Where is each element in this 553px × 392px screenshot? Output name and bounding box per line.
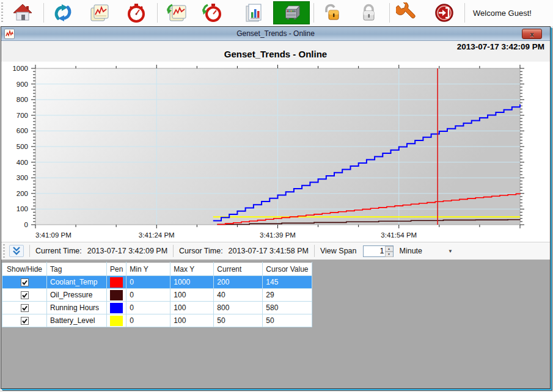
unlock-icon [321,2,342,23]
pen-row-running-hours[interactable]: Running Hours0100800580 [2,302,312,314]
home-button[interactable] [12,2,33,23]
tag-name: Running Hours [47,302,107,314]
realtime-trends-button[interactable] [89,2,110,23]
separator [157,3,158,23]
current-value: 200 [214,276,263,289]
min-y: 0 [126,276,170,289]
chevron-down-icon: ▼ [448,249,453,254]
svg-text:500: 500 [16,143,28,150]
current-time-label: Current Time: [35,247,82,255]
logout-icon [434,2,455,23]
pen-color-swatch [110,290,123,300]
controlbar-grip[interactable] [3,244,5,258]
show-hide-checkbox[interactable] [21,317,29,325]
max-y: 100 [170,314,214,327]
svg-text:0: 0 [24,221,28,228]
current-value: 800 [214,302,263,314]
show-hide-checkbox[interactable] [21,304,29,312]
current-value: 40 [214,289,263,302]
cursor-time-label: Cursor Time: [179,247,223,255]
svg-text:700: 700 [16,112,28,119]
svg-text:800: 800 [16,96,28,103]
svg-text:3:41:39 PM: 3:41:39 PM [260,231,296,239]
window-titlebar[interactable]: Genset_Trends - Online x [1,27,550,41]
max-y: 100 [170,289,214,302]
header-strip: 2013-07-17 3:42:09 PM Genset_Trends - On… [1,41,550,62]
trend-chart-svg[interactable]: 010020030040050060070080090010003:41:09 … [1,62,550,242]
wrench-icon [396,2,417,23]
column-header-max-y: Max Y [170,263,214,276]
svg-text:1000: 1000 [12,65,28,72]
genset-device-button[interactable] [273,1,310,24]
max-y: 100 [170,302,214,314]
show-hide-checkbox[interactable] [21,291,29,299]
pen-color-swatch [110,303,123,313]
close-button[interactable]: x [522,29,542,39]
column-header-cursor-value: Cursor Value [263,263,312,276]
separator [173,245,174,257]
spinner-down-button[interactable]: ▼ [385,252,393,257]
svg-text:100: 100 [16,205,28,212]
genset-device-icon [282,2,301,24]
trend-chart[interactable]: 010020030040050060070080090010003:41:09 … [1,62,550,242]
spinner-up-button[interactable]: ▲ [385,246,393,252]
svg-text:900: 900 [16,81,28,88]
show-hide-checkbox[interactable] [21,278,29,286]
historical-clock-button[interactable] [202,2,222,23]
reports-button[interactable] [243,2,264,23]
max-y: 1000 [170,276,214,289]
svg-text:200: 200 [16,190,28,197]
pen-color-swatch [110,316,123,326]
realtime-clock-button[interactable] [126,2,147,23]
pen-row-oil-pressure[interactable]: Oil_Pressure01004029 [2,289,312,302]
lock-icon [358,2,379,23]
svg-text:3:41:54 PM: 3:41:54 PM [381,231,417,239]
cursor-value: 29 [263,289,312,302]
logout-button[interactable] [434,2,455,23]
view-span-spinner[interactable]: ▲ ▼ [363,245,394,257]
home-icon [12,2,33,23]
pen-row-battery-level[interactable]: Battery_Level01005050 [2,314,312,327]
separator [314,245,315,257]
trend-window-icon [4,29,15,39]
realtime-clock-icon [126,2,147,23]
historical-trends-button[interactable] [166,2,187,23]
min-y: 0 [126,314,170,327]
min-y: 0 [126,289,170,302]
collapse-legend-button[interactable] [9,245,24,257]
pen-table: Show/HideTagPenMin YMax YCurrentCursor V… [2,262,312,327]
view-span-unit-dropdown[interactable]: Minute ▼ [400,247,453,255]
cursor-value: 580 [263,302,312,314]
unlock-button[interactable] [321,2,342,23]
svg-text:400: 400 [16,159,28,166]
window-title: Genset_Trends - Online [236,29,315,38]
cursor-time-value: 2013-07-17 3:41:58 PM [229,247,309,255]
sync-icon [53,2,73,23]
view-span-input[interactable] [364,246,386,256]
cursor-value: 145 [263,276,312,289]
historical-trends-icon [166,2,187,23]
main-toolbar: Welcome Guest! [0,0,553,26]
tag-name: Coolant_Temp [47,276,107,289]
historical-clock-icon [202,2,222,23]
separator [29,245,30,257]
view-span-unit-value: Minute [400,247,423,255]
settings-wrench-button[interactable] [396,2,417,23]
pen-row-coolant-temp[interactable]: Coolant_Temp01000200145 [2,276,312,289]
separator [313,3,314,23]
separator [389,3,390,23]
page-title: Genset_Trends - Online [1,49,550,59]
separator [43,3,44,23]
current-value: 50 [214,314,263,327]
toolbar-grip[interactable] [1,2,3,23]
sync-button[interactable] [53,2,73,23]
column-header-current: Current [214,263,263,276]
view-span-label: View Span [320,247,357,255]
cursor-value: 50 [263,314,312,327]
column-header-show-hide: Show/Hide [2,263,47,276]
lock-button[interactable] [358,2,379,23]
column-header-pen: Pen [107,263,126,276]
svg-text:3:41:24 PM: 3:41:24 PM [139,231,175,239]
pen-table-header: Show/HideTagPenMin YMax YCurrentCursor V… [2,263,312,276]
realtime-trends-icon [89,2,110,23]
